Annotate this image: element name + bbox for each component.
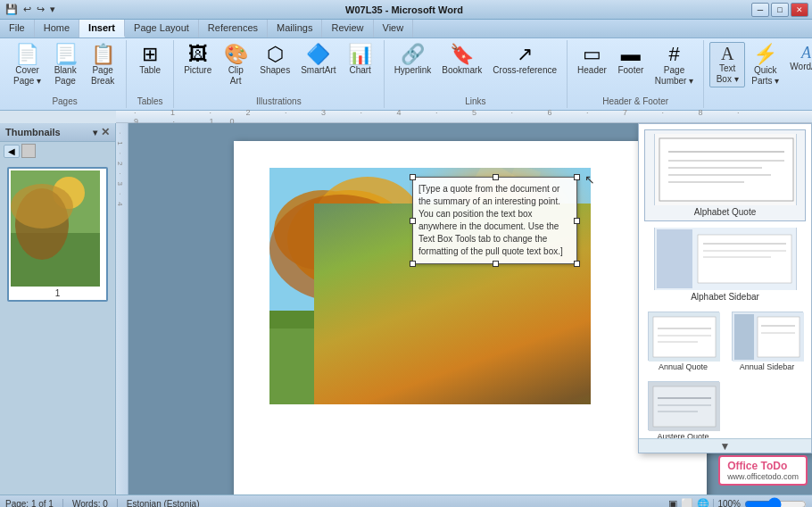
alphabet-sidebar-item[interactable]: Alphabet Sidebar xyxy=(644,223,806,306)
gallery-scroll-down-icon: ▼ xyxy=(720,440,731,453)
chart-icon: 📊 xyxy=(348,45,372,64)
language-indicator: Estonian (Estonia) xyxy=(127,499,200,507)
ribbon-tabs: File Home Insert Page Layout References … xyxy=(0,20,812,38)
dropdown-arrow[interactable]: ▾ xyxy=(48,3,57,16)
tab-references[interactable]: References xyxy=(199,20,268,37)
blank-page-button[interactable]: 📃 BlankPage xyxy=(47,42,83,89)
resize-handle-lm[interactable] xyxy=(410,218,416,224)
hyperlink-button[interactable]: 🔗 Hyperlink xyxy=(390,42,436,79)
resize-handle-br[interactable] xyxy=(574,261,580,267)
brand-watermark: Office ToDo www.officetodo.com xyxy=(718,455,808,486)
sidebar-title: Thumbnails xyxy=(5,127,61,137)
resize-handle-tl[interactable] xyxy=(410,174,416,180)
wordart-button[interactable]: A WordArt xyxy=(785,42,812,75)
sidebar-close-button[interactable]: ✕ xyxy=(101,126,110,138)
view-normal-button[interactable]: ▣ xyxy=(668,498,677,507)
sidebar-navigation: ◀ xyxy=(0,142,115,160)
shapes-icon: ⬡ xyxy=(267,45,284,64)
table-icon: ⊞ xyxy=(142,45,158,64)
resize-handle-bl[interactable] xyxy=(410,261,416,267)
tab-file[interactable]: File xyxy=(0,20,35,37)
page-indicator: Page: 1 of 1 xyxy=(5,499,54,507)
annual-sidebar-item[interactable]: Annual Sidebar xyxy=(726,308,808,375)
sidebar-indicator[interactable] xyxy=(21,144,36,158)
austere-quote-preview xyxy=(648,381,719,430)
maximize-button[interactable]: □ xyxy=(771,3,789,17)
hyperlink-icon: 🔗 xyxy=(401,45,425,64)
wordart-label: WordArt xyxy=(790,62,812,72)
brand-url: www.officetodo.com xyxy=(727,472,799,481)
title-bar: 💾 ↩ ↪ ▾ W07L35 - Microsoft Word ─ □ ✕ xyxy=(0,0,812,20)
tab-view[interactable]: View xyxy=(374,20,414,37)
save-button[interactable]: 💾 xyxy=(4,3,20,16)
clip-art-button[interactable]: 🎨 ClipArt xyxy=(218,42,253,89)
alphabet-quote-label: Alphabet Quote xyxy=(694,207,757,217)
status-separator-1 xyxy=(62,499,63,508)
view-full-button[interactable]: ⬜ xyxy=(681,498,693,507)
minimize-button[interactable]: ─ xyxy=(751,3,769,17)
cover-page-label: CoverPage ▾ xyxy=(13,65,41,87)
status-right: ▣ ⬜ 🌐 100% xyxy=(668,498,807,507)
sidebar-dropdown-icon[interactable]: ▾ xyxy=(93,128,97,137)
sidebar-prev-button[interactable]: ◀ xyxy=(4,145,20,158)
svg-rect-30 xyxy=(653,317,716,357)
resize-handle-rm[interactable] xyxy=(574,218,580,224)
quick-parts-button[interactable]: ⚡ QuickParts ▾ xyxy=(747,42,783,89)
page-number-button[interactable]: # PageNumber ▾ xyxy=(650,42,698,89)
clip-art-icon: 🎨 xyxy=(224,45,248,64)
sidebar-panel: Thumbnails ▾ ✕ ◀ xyxy=(0,123,116,495)
gallery-scroll-down-button[interactable]: ▼ xyxy=(639,438,811,453)
resize-handle-tr[interactable] xyxy=(574,174,580,180)
austere-quote-item[interactable]: Austere Quote xyxy=(642,378,724,445)
thumbnail-image-1 xyxy=(11,170,100,287)
annual-quote-item[interactable]: Annual Quote xyxy=(642,308,724,375)
text-box-button[interactable]: A TextBox ▾ xyxy=(709,42,745,87)
status-bar: Page: 1 of 1 Words: 0 Estonian (Estonia)… xyxy=(0,495,812,507)
svg-rect-25 xyxy=(698,235,791,283)
page-break-button[interactable]: 📋 PageBreak xyxy=(85,42,120,89)
page-break-icon: 📋 xyxy=(91,45,115,64)
tab-mailings[interactable]: Mailings xyxy=(268,20,322,37)
resize-handle-bm[interactable] xyxy=(493,261,499,267)
horizontal-ruler: · 1 · 2 · 3 · 4 · 5 · 6 · 7 · 8 · 9 · 10 xyxy=(116,111,812,123)
links-items: 🔗 Hyperlink 🔖 Bookmark ↗ Cross-reference xyxy=(390,42,561,95)
header-label: Header xyxy=(577,65,607,76)
quick-access-toolbar: 💾 ↩ ↪ ▾ xyxy=(4,3,57,16)
hf-group-label: Header & Footer xyxy=(602,96,668,106)
header-button[interactable]: ▭ Header xyxy=(573,42,611,79)
smartart-button[interactable]: 🔷 SmartArt xyxy=(296,42,340,79)
status-left: Page: 1 of 1 Words: 0 Estonian (Estonia) xyxy=(5,499,200,508)
smartart-icon: 🔷 xyxy=(306,45,330,64)
undo-button[interactable]: ↩ xyxy=(21,3,33,16)
chart-button[interactable]: 📊 Chart xyxy=(343,42,378,79)
zoom-slider[interactable] xyxy=(744,499,807,508)
redo-button[interactable]: ↪ xyxy=(35,3,46,16)
picture-label: Picture xyxy=(184,65,211,76)
tab-review[interactable]: Review xyxy=(322,20,373,37)
thumbnail-page-1[interactable]: 1 xyxy=(7,167,108,302)
ribbon: File Home Insert Page Layout References … xyxy=(0,20,812,111)
alphabet-quote-item[interactable]: Alphabet Quote xyxy=(644,129,806,221)
bookmark-button[interactable]: 🔖 Bookmark xyxy=(437,42,486,79)
illustrations-items: 🖼 Picture 🎨 ClipArt ⬡ Shapes 🔷 SmartArt … xyxy=(179,42,378,95)
cover-page-button[interactable]: 📄 CoverPage ▾ xyxy=(9,42,46,89)
close-button[interactable]: ✕ xyxy=(791,3,808,17)
picture-button[interactable]: 🖼 Picture xyxy=(179,42,216,79)
tab-insert[interactable]: Insert xyxy=(79,20,125,37)
illustrations-group-label: Illustrations xyxy=(256,96,302,106)
page-container: [Type a quote from the document or the s… xyxy=(128,123,812,495)
cross-reference-button[interactable]: ↗ Cross-reference xyxy=(488,42,561,79)
footer-button[interactable]: ▬ Footer xyxy=(613,42,649,79)
pull-quote-text-box[interactable]: [Type a quote from the document or the s… xyxy=(412,177,577,264)
tab-page-layout[interactable]: Page Layout xyxy=(125,20,199,37)
document-area[interactable]: [Type a quote from the document or the s… xyxy=(128,123,812,495)
tab-home[interactable]: Home xyxy=(35,20,79,37)
shapes-button[interactable]: ⬡ Shapes xyxy=(255,42,294,79)
resize-handle-tm[interactable] xyxy=(493,174,499,180)
view-web-button[interactable]: 🌐 xyxy=(697,498,709,507)
chart-label: Chart xyxy=(349,65,370,76)
zoom-level: 100% xyxy=(717,499,741,507)
table-button[interactable]: ⊞ Table xyxy=(132,42,168,79)
document-page: [Type a quote from the document or the s… xyxy=(234,141,707,495)
group-header-footer: ▭ Header ▬ Footer # PageNumber ▾ Header … xyxy=(568,40,704,108)
